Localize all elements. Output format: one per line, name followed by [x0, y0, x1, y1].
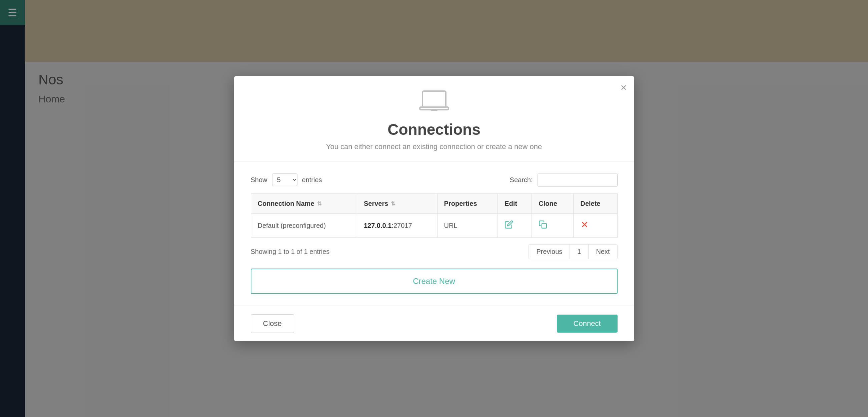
sort-icon-servers: ⇅	[391, 201, 395, 207]
cell-connection-name: Default (preconfigured)	[251, 214, 357, 238]
modal-header: Connections You can either connect an ex…	[234, 76, 634, 161]
col-servers: Servers ⇅	[357, 193, 437, 214]
svg-rect-3	[542, 223, 547, 228]
cell-properties: URL	[437, 214, 498, 238]
col-clone: Clone	[532, 193, 574, 214]
modal-footer: Close Connect	[234, 305, 634, 341]
modal-close-button[interactable]: ×	[621, 82, 627, 93]
show-entries-control: Show 5 10 25 50 100 entries	[251, 174, 322, 186]
cell-clone	[532, 214, 574, 238]
edit-button[interactable]	[504, 220, 513, 231]
col-delete: Delete	[574, 193, 617, 214]
modal-body: Show 5 10 25 50 100 entries Search:	[234, 161, 634, 305]
server-rest: :27017	[392, 222, 412, 229]
cell-edit	[498, 214, 532, 238]
col-connection-name: Connection Name ⇅	[251, 193, 357, 214]
svg-rect-2	[431, 110, 437, 111]
cell-delete	[574, 214, 617, 238]
table-row: Default (preconfigured) 127.0.0.1:27017 …	[251, 214, 617, 238]
col-properties: Properties	[437, 193, 498, 214]
search-label: Search:	[510, 176, 533, 184]
cell-servers: 127.0.0.1:27017	[357, 214, 437, 238]
modal-title: Connections	[251, 120, 618, 139]
col-edit: Edit	[498, 193, 532, 214]
table-body: Default (preconfigured) 127.0.0.1:27017 …	[251, 214, 617, 238]
pagination: Previous 1 Next	[529, 244, 617, 259]
connect-button[interactable]: Connect	[557, 315, 618, 333]
showing-text: Showing 1 to 1 of 1 entries	[251, 248, 330, 256]
table-footer: Showing 1 to 1 of 1 entries Previous 1 N…	[251, 244, 618, 259]
svg-rect-1	[420, 107, 448, 110]
search-input[interactable]	[537, 173, 618, 187]
connections-table: Connection Name ⇅ Servers ⇅ Properties E…	[251, 193, 618, 238]
laptop-icon	[251, 89, 618, 114]
entries-label: entries	[302, 176, 322, 184]
entries-select[interactable]: 5 10 25 50 100	[272, 174, 298, 186]
show-label: Show	[251, 176, 268, 184]
svg-rect-0	[423, 91, 446, 107]
search-box: Search:	[510, 173, 618, 187]
sort-icon-connection-name: ⇅	[317, 201, 321, 207]
next-button[interactable]: Next	[588, 244, 617, 259]
connections-modal: × Connections You can either connect an …	[234, 76, 634, 341]
page-number: 1	[570, 244, 588, 259]
create-new-button[interactable]: Create New	[251, 269, 618, 294]
close-button[interactable]: Close	[251, 314, 294, 333]
table-header-row: Connection Name ⇅ Servers ⇅ Properties E…	[251, 193, 617, 214]
modal-overlay: × Connections You can either connect an …	[0, 0, 868, 417]
delete-button[interactable]	[580, 220, 589, 231]
clone-button[interactable]	[538, 220, 547, 231]
server-bold: 127.0.0.1	[364, 222, 392, 229]
modal-subtitle: You can either connect an existing conne…	[251, 143, 618, 151]
table-controls: Show 5 10 25 50 100 entries Search:	[251, 173, 618, 187]
previous-button[interactable]: Previous	[529, 244, 570, 259]
table-header: Connection Name ⇅ Servers ⇅ Properties E…	[251, 193, 617, 214]
